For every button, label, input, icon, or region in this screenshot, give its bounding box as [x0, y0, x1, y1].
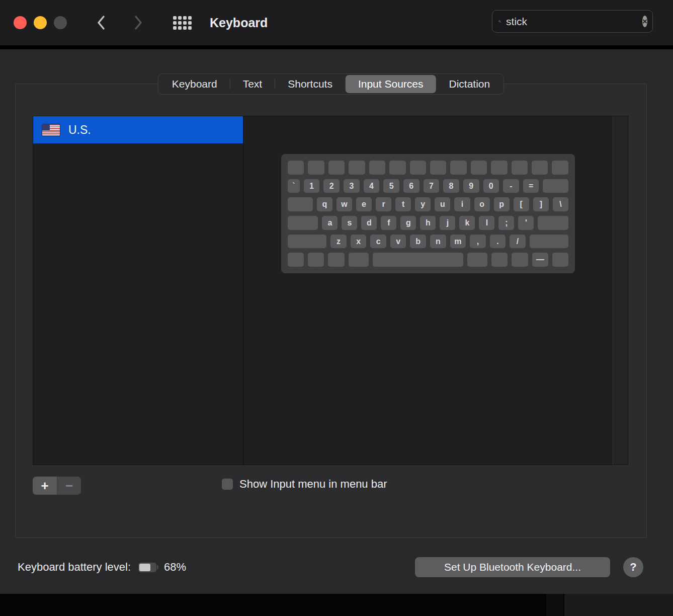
close-button[interactable]	[14, 16, 27, 29]
input-source-list: U.S.	[33, 116, 243, 465]
key-blank	[288, 235, 326, 249]
key-j: j	[440, 216, 455, 230]
key-blank	[467, 253, 487, 267]
key-l: l	[479, 216, 494, 230]
battery-status: Keyboard battery level: 68%	[18, 556, 186, 579]
key-/: /	[510, 235, 526, 249]
key-`: `	[288, 179, 300, 193]
page-title: Keyboard	[210, 16, 268, 30]
setup-bluetooth-keyboard-button[interactable]: Set Up Bluetooth Keyboard...	[415, 557, 610, 577]
key-blank	[532, 161, 548, 175]
show-all-grid-icon[interactable]	[173, 16, 192, 30]
battery-icon	[138, 563, 156, 572]
keyboard-row: `1234567890-=	[288, 179, 568, 193]
battery-fill	[139, 564, 150, 571]
key-h: h	[420, 216, 436, 230]
key-blank	[373, 253, 463, 267]
help-button[interactable]: ?	[623, 557, 643, 577]
tab-shortcuts[interactable]: Shortcuts	[275, 75, 345, 93]
show-input-menu-row: Show Input menu in menu bar	[222, 478, 387, 491]
key-blank	[552, 253, 568, 267]
key-blank	[450, 161, 466, 175]
key-r: r	[376, 197, 391, 211]
key-c: c	[370, 235, 386, 249]
key-u: u	[435, 197, 450, 211]
key-blank	[430, 161, 446, 175]
key-s: s	[342, 216, 357, 230]
search-clear-icon[interactable]: ×	[642, 16, 647, 27]
key-9: 9	[463, 179, 479, 193]
key-4: 4	[364, 179, 380, 193]
key-—: —	[532, 253, 548, 267]
back-button[interactable]	[95, 14, 108, 31]
key-i: i	[454, 197, 470, 211]
key-blank	[543, 179, 568, 193]
battery-percent: 68%	[164, 561, 186, 574]
keyboard-row: —	[288, 253, 568, 267]
input-source-row[interactable]: U.S.	[33, 116, 243, 143]
key-\: \	[553, 197, 568, 211]
search-input[interactable]	[506, 16, 642, 28]
keyboard-row: asdfghjkl;'	[288, 216, 568, 230]
us-flag-icon	[42, 124, 60, 136]
key-t: t	[395, 197, 411, 211]
key-b: b	[410, 235, 426, 249]
search-field[interactable]: ×	[492, 10, 653, 33]
key-p: p	[494, 197, 510, 211]
key-n: n	[430, 235, 446, 249]
add-input-source-button[interactable]: +	[33, 477, 57, 495]
tab-keyboard[interactable]: Keyboard	[159, 75, 230, 93]
forward-button[interactable]	[132, 14, 145, 31]
zoom-button	[54, 16, 67, 29]
key-blank	[349, 161, 365, 175]
key-k: k	[459, 216, 475, 230]
key-6: 6	[403, 179, 419, 193]
window-titlebar: Keyboard ×	[0, 0, 673, 47]
tab-dictation[interactable]: Dictation	[437, 75, 503, 93]
key-blank	[512, 161, 528, 175]
input-source-label: U.S.	[68, 123, 91, 137]
key-7: 7	[424, 179, 440, 193]
tab-input-sources[interactable]: Input Sources	[346, 75, 436, 93]
show-input-menu-checkbox[interactable]	[222, 479, 233, 490]
minimize-button[interactable]	[34, 16, 47, 29]
key-blank	[328, 253, 344, 267]
key-blank	[389, 161, 405, 175]
key--: -	[503, 179, 519, 193]
key-1: 1	[304, 179, 320, 193]
chevron-left-icon	[96, 15, 106, 30]
key-o: o	[474, 197, 490, 211]
keyboard-row: zxcvbnm,./	[288, 235, 568, 249]
key-w: w	[337, 197, 352, 211]
key-x: x	[351, 235, 367, 249]
tab-text[interactable]: Text	[230, 75, 275, 93]
key-v: v	[390, 235, 406, 249]
content-box: U.S. `1234567890-=qwertyuiop[]\asdfghjkl…	[33, 116, 628, 465]
key-blank	[288, 197, 313, 211]
key-2: 2	[323, 179, 340, 193]
key-z: z	[330, 235, 347, 249]
key-5: 5	[383, 179, 399, 193]
keyboard-row	[288, 161, 568, 175]
tab-bar: KeyboardTextShortcutsInput SourcesDictat…	[158, 73, 504, 95]
background-window-edge	[546, 594, 563, 616]
remove-input-source-button[interactable]: −	[57, 477, 81, 495]
battery-label: Keyboard battery level:	[18, 561, 131, 574]
keyboard-row: qwertyuiop[]\	[288, 197, 568, 211]
key-blank	[288, 253, 304, 267]
scrollbar-track[interactable]	[613, 116, 628, 465]
key-.: .	[490, 235, 506, 249]
key-blank	[530, 235, 568, 249]
background-window	[564, 594, 673, 616]
key-,: ,	[470, 235, 486, 249]
key-blank	[349, 253, 369, 267]
key-g: g	[400, 216, 416, 230]
key-3: 3	[344, 179, 360, 193]
window-body: KeyboardTextShortcutsInput SourcesDictat…	[0, 49, 673, 594]
key-a: a	[322, 216, 338, 230]
key-blank	[491, 161, 507, 175]
key-blank	[512, 253, 528, 267]
key-m: m	[450, 235, 466, 249]
key-': '	[518, 216, 534, 230]
key-blank	[471, 161, 487, 175]
